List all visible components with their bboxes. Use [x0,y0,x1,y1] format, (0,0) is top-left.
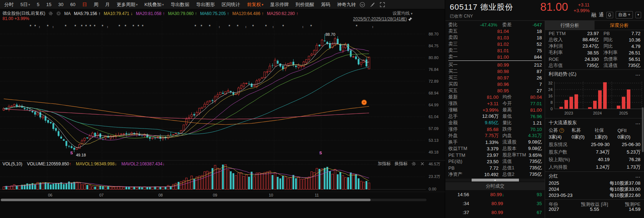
watchlist-dropdown-button[interactable]: ▼ [635,12,641,18]
toolbar-item[interactable]: 分时▾ [4,1,14,8]
sell-level-row[interactable]: 卖二 81.01 75 [448,47,542,54]
date-range-row: 2025/5/7-2025/11/28(141根) [353,16,412,22]
add-indicator-link[interactable]: 加指标 [378,161,391,167]
gear-icon[interactable] [411,161,416,166]
holder-stat-row: 较上期(%) 40.19 76.28 [545,156,644,163]
toolbar-item[interactable]: 神奇九转▾ [337,1,356,8]
margin-button[interactable]: 融 [591,12,596,18]
brush-icon[interactable] [369,2,375,8]
sell-level-row[interactable]: 卖一 81.00 844 [448,54,542,60]
weibi-value: -47.43% [471,22,497,28]
volume-value: MAVOL1:96349.998↓ [76,161,117,166]
toolbar-item[interactable]: 5日▾ [20,1,30,8]
tick-trades: 14:56 80.99↓ 93 :34 80.99 35 :37 [448,190,542,217]
financial-row: PE TTM23.97 PB7.72 [545,30,644,37]
ma-indicator-bar: 德业股份(日线,前复权) MA MA5:79.156 ↑ MA10:79.471… [3,10,298,16]
chevron-down-icon: ▾ [262,3,263,6]
toolbar-item-label: 5 [37,2,39,7]
svg-text:*: * [81,24,82,29]
toolbar-item[interactable]: 30▾ [58,2,63,7]
quote-actions: 融 通 自选 + ▼ [591,11,641,19]
toolbar-item[interactable]: 周▾ [94,1,98,8]
history-circle-icon[interactable] [359,2,365,8]
quote-detail-row: 外盘 7.75万 内盘 4.31万 [448,132,542,139]
svg-text:*: * [65,24,66,29]
analysis-tab[interactable]: 行情分析 [545,21,595,30]
sell-price: 81.02 [471,42,509,47]
analysis-tab[interactable]: 深度分析 [595,21,644,30]
buy-level-row[interactable]: 买五 80.95 27 [448,87,542,94]
close-icon[interactable] [420,161,425,166]
quote-detail-row: 收益TTM 3.379 总股本 9.08亿 [448,145,542,152]
trend-arrow-icon: ↑ [227,11,229,16]
toolbar-item[interactable]: 日▾ [82,1,87,8]
dividend-header: 分红 ... [545,171,644,180]
ma-settings-link[interactable]: 设置均线 ▾ [392,10,412,16]
candlestick-chart[interactable]: 88.7084.7580.8076.8472.8968.9464.9961.04… [0,0,445,218]
toolbar-item[interactable]: 导出数据▾ [171,1,189,8]
toolbar-item[interactable]: 显示停牌▾ [270,1,289,8]
toolbar-item[interactable]: 到价提醒▾ [296,1,314,8]
buy-level-row[interactable]: 买二 80.98 87 [448,68,542,74]
more-menu-icon[interactable]: ... [635,71,640,77]
toolbar-item[interactable]: 筹码▾ [321,1,330,8]
collapse-arrow-icon[interactable]: ▲ [472,179,519,181]
toolbar-item[interactable]: 15▾ [46,2,51,7]
more-menu-icon[interactable]: ... [635,120,640,125]
toolbar-item[interactable]: 区间统计▾ [221,1,240,8]
holder-stat-row: 股东情况 25-09-30 25-06-30 [545,141,644,148]
ma-value: MA30:79.060 ↑ [168,11,197,16]
toolbar-item[interactable]: 60▾ [70,2,75,7]
toolbar-item[interactable]: K线叠加▾ [144,1,164,8]
toolbar-item[interactable]: 导出图形▾ [196,1,215,8]
trend-arrow-icon: ↓ [130,11,133,16]
pin-icon[interactable] [408,17,412,21]
svg-text:2024: 2024 [593,111,602,115]
collapse-handle[interactable]: ▲ [445,179,545,181]
add-watchlist-button[interactable]: 自选 + [616,11,633,19]
more-menu-icon[interactable]: ... [635,173,640,179]
chart-horizontal-scrollbar[interactable] [1,199,426,201]
volume-value: VOL(5,10) [3,161,22,166]
expand-icon[interactable] [380,2,385,8]
svg-text:↕: ↕ [245,25,247,29]
svg-text:49.18: 49.18 [429,150,439,154]
connect-button[interactable]: 通 [599,12,604,18]
sell-level-row[interactable]: 卖五 81.04 18 [448,28,542,34]
toolbar-item[interactable]: 月▾ [105,1,110,8]
toolbar-item[interactable]: 5▾ [37,2,39,7]
sell-volume: 52 [509,42,542,47]
svg-text:↕: ↕ [39,25,40,29]
buy-level-row[interactable]: 买一 80.99 212 [448,62,542,68]
panel-vertical-scrollbar[interactable] [642,107,644,152]
tick-trades-header[interactable]: 分时成交 [445,182,545,190]
svg-text:0.00: 0.00 [429,187,436,191]
holder-type: 社保? 1家(0) [595,127,617,141]
scrollbar-thumb[interactable] [1,199,371,201]
sell-volume: 18 [509,29,542,34]
toolbar-item-label: 15 [46,2,51,7]
toolbar-item[interactable]: 前复权▾ [247,1,263,8]
gear-icon[interactable] [48,11,53,16]
toolbar-item[interactable]: 更多周期▾ [116,1,138,8]
volume-values: VOL(5,10) VOLUME:120559.850↑ MAVOL1:9634… [3,161,164,166]
close-icon[interactable] [56,11,61,16]
svg-text:24: 24 [548,87,553,92]
sell-level-row[interactable]: 卖四 81.03 18 [448,34,542,41]
toolbar-item-label: 神奇九转 [337,1,356,8]
switch-indicator-link[interactable]: 换指标 [395,161,407,167]
trend-arrow-icon: ↑ [296,11,298,16]
financial-row: 毛利率38.55 净利率26.51 [545,49,644,56]
sell-level-row[interactable]: 卖三 81.02 52 [448,41,542,47]
help-icon[interactable]: ? [559,128,564,133]
toolbar-item-label: 导出数据 [171,1,189,8]
quote-header: 605117 德业股份 81.00 +3.11 +3.99% 已收市 CNY 融… [445,0,644,21]
toolbar-item-label: 日 [82,1,87,8]
buy-level-row[interactable]: 买四 80.96 7 [448,81,542,87]
alert-bell-button[interactable] [606,12,613,18]
svg-text:*: * [252,24,254,29]
date-range-label[interactable]: 2025/5/7-2025/11/28(141根) [353,16,407,22]
holder-stats: 股东情况 25-09-30 25-06-30 股东户数 7.34万 5.23万 … [545,141,644,171]
svg-text:↕: ↕ [219,25,220,29]
buy-level-row[interactable]: 买三 80.97 26 [448,74,542,81]
